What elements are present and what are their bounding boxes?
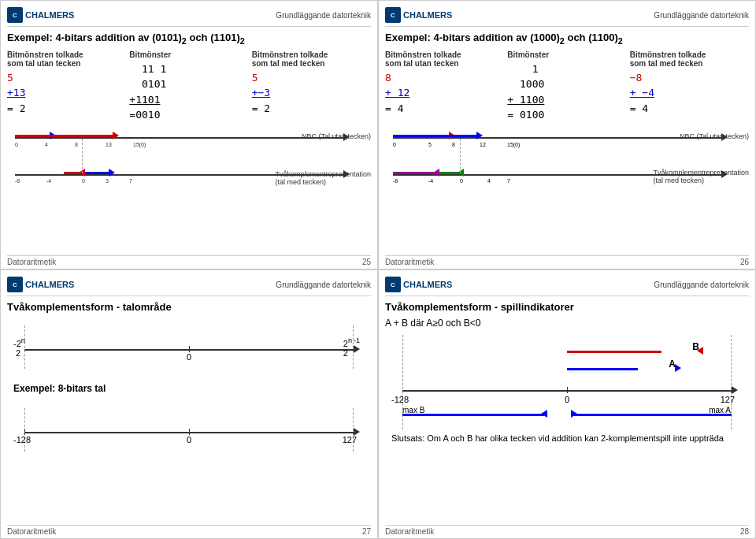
bot-tick-7-25: 7 bbox=[129, 178, 132, 184]
arrow-13-head-25 bbox=[113, 132, 119, 139]
top-axis-25 bbox=[15, 137, 347, 139]
col3-26: Bitmönstren tolkadesom tal med tecken −8… bbox=[630, 50, 749, 123]
footer-right-27: 27 bbox=[362, 527, 371, 536]
col3-math-25: 5 +−3 = 2 bbox=[252, 70, 371, 117]
chalmers-text-28: CHALMERS bbox=[403, 280, 452, 289]
tick-0-top-26: 0 bbox=[393, 142, 396, 147]
right-minus1-27: -1 bbox=[354, 336, 360, 344]
logo-icon-25: C bbox=[7, 7, 23, 23]
left-label-27: -2n 2 bbox=[13, 336, 25, 358]
logo-icon-28: C bbox=[385, 277, 401, 292]
maxb-arrow-28 bbox=[402, 414, 544, 416]
maxa-arrow-28 bbox=[574, 414, 732, 416]
chalmers-text-27: CHALMERS bbox=[25, 280, 74, 289]
bot-tick-n8-25: -8 bbox=[15, 178, 20, 184]
tick-8-25: 8 bbox=[75, 142, 78, 147]
low-left-label-27: -128 bbox=[13, 435, 31, 444]
chalmers-text-25: CHALMERS bbox=[25, 10, 74, 20]
slide-grid: C CHALMERS Grundläggande datorteknik Exe… bbox=[0, 0, 756, 539]
a-label-28: A bbox=[669, 359, 676, 370]
footer-26: Datoraritmetik 26 bbox=[385, 255, 749, 266]
chalmers-logo-25: C CHALMERS bbox=[7, 7, 74, 23]
subtitle2-28: A + B där A≥0 och B<0 bbox=[385, 318, 749, 329]
mid-label-27: 0 bbox=[187, 352, 191, 362]
tva-label-25: Tvåkomplementrepresentation(tal med teck… bbox=[275, 170, 371, 186]
mid-tick-28 bbox=[567, 387, 568, 393]
columns-26: Bitmönstren tolkadesom tal utan tecken 8… bbox=[385, 50, 749, 123]
col1-header-25: Bitmönstren tolkadesom tal utan tecken bbox=[7, 50, 126, 68]
title-27: Tvåkomplementsform - talområde bbox=[7, 301, 371, 313]
arrow-13-25 bbox=[15, 135, 116, 137]
maxa-arrow-head-28 bbox=[571, 410, 577, 418]
bot-arrow-5-25 bbox=[82, 172, 112, 174]
slide-27: C CHALMERS Grundläggande datorteknik Två… bbox=[0, 270, 378, 539]
tick-13-25: 13 bbox=[106, 142, 112, 147]
bot-tick-0-25: 0 bbox=[82, 178, 85, 184]
footer-27: Datoraritmetik 27 bbox=[7, 525, 371, 536]
tick-12-top-26: 12 bbox=[480, 142, 486, 147]
subtitle-28: Grundläggande datorteknik bbox=[654, 281, 749, 289]
low-right-label-27: 127 bbox=[343, 435, 357, 444]
bot-tick-n4-25: -4 bbox=[46, 178, 51, 184]
col2-header-26: Bitmönster bbox=[507, 50, 626, 59]
bot-n8-26: -8 bbox=[393, 178, 398, 184]
col3-25: Bitmönstren tolkadesom tal med tecken 5 … bbox=[252, 50, 371, 123]
a-arrow-28 bbox=[567, 368, 638, 370]
slide-27-header: C CHALMERS Grundläggande datorteknik bbox=[7, 277, 371, 296]
left-label-28: -128 bbox=[391, 395, 409, 404]
low-mid-label-27: 0 bbox=[187, 435, 191, 444]
col2-math-26: 1 1000 + 1100 = 0100 bbox=[507, 61, 626, 123]
bot-arrow-n4-head-26 bbox=[433, 169, 439, 177]
title-28: Tvåkomplementsform - spillindikatorer bbox=[385, 301, 749, 313]
footer-28: Datoraritmetik 28 bbox=[385, 525, 749, 536]
numberline-25: 0 4 8 13 15(0) NBC (Tal utan tecken) -8 … bbox=[7, 131, 371, 202]
arrow-12-head-26 bbox=[476, 132, 483, 139]
title-26: Exempel: 4-bitars addition av (1000)2 oc… bbox=[385, 32, 749, 46]
tick-15-25: 15(0) bbox=[133, 142, 146, 147]
subtitle-27: Grundläggande datorteknik bbox=[276, 281, 371, 289]
col2-25: Bitmönster 11 1 0101 +1101 =0010 bbox=[129, 50, 248, 123]
chalmers-text-26: CHALMERS bbox=[403, 10, 452, 20]
bot-arrow-5-head-25 bbox=[109, 169, 115, 177]
right-label-27: 2n2 bbox=[343, 336, 352, 358]
title-25: Exempel: 4-bitars addition av (0101)2 oc… bbox=[7, 32, 371, 46]
mid-tick-27 bbox=[189, 346, 190, 352]
chalmers-logo-28: C CHALMERS bbox=[385, 277, 452, 292]
a-arrow-head-28 bbox=[675, 364, 681, 372]
slide-26: C CHALMERS Grundläggande datorteknik Exe… bbox=[378, 0, 756, 270]
arrow-12-26 bbox=[393, 135, 480, 137]
slide-26-header: C CHALMERS Grundläggande datorteknik bbox=[385, 7, 749, 27]
bot-arrow-n4-26 bbox=[393, 172, 436, 174]
slide-28: C CHALMERS Grundläggande datorteknik Två… bbox=[378, 270, 756, 539]
tva-label-26: Tvåkomplementrepresentation(tal med teck… bbox=[653, 169, 749, 184]
footer-left-25: Datoraritmetik bbox=[7, 258, 56, 266]
footer-right-25: 25 bbox=[362, 258, 371, 266]
tick-5-top-26: 5 bbox=[428, 142, 432, 147]
axis-arrow-27 bbox=[354, 345, 360, 353]
footer-25: Datoraritmetik 25 bbox=[7, 255, 371, 266]
logo-icon-27: C bbox=[7, 277, 23, 292]
example-label-27: Exempel: 8-bitars tal bbox=[13, 383, 365, 394]
footer-left-28: Datoraritmetik bbox=[385, 527, 434, 536]
col1-26: Bitmönstren tolkadesom tal utan tecken 8… bbox=[385, 50, 504, 123]
low-mid-tick-27 bbox=[189, 429, 190, 435]
col2-header-25: Bitmönster bbox=[129, 50, 248, 59]
b-arrow-28 bbox=[567, 351, 662, 353]
numberline-26: 0 5 8 12 15(0) NBC (Tal utan tecken) -8 … bbox=[385, 131, 749, 202]
lower-range-27: -128 0 127 bbox=[13, 408, 365, 452]
mid-label-28: 0 bbox=[565, 395, 569, 404]
top-axis-26 bbox=[393, 137, 725, 139]
col3-math-26: −8 + −4 = 4 bbox=[630, 70, 749, 117]
chalmers-logo-26: C CHALMERS bbox=[385, 7, 452, 23]
col2-26: Bitmönster 1 1000 + 1100 = 0100 bbox=[507, 50, 626, 123]
b-label-28: B bbox=[692, 341, 699, 352]
footer-right-28: 28 bbox=[740, 527, 749, 536]
col1-25: Bitmönstren tolkadesom tal utan tecken 5… bbox=[7, 50, 126, 123]
col3-header-26: Bitmönstren tolkadesom tal med tecken bbox=[630, 50, 749, 68]
dashed-26 bbox=[460, 139, 461, 173]
tick-0-25: 0 bbox=[15, 142, 18, 147]
bot-7-26: 7 bbox=[507, 178, 510, 184]
bot-0-26: 0 bbox=[460, 178, 463, 184]
subtitle-26: Grundläggande datorteknik bbox=[654, 11, 749, 20]
slide-28-header: C CHALMERS Grundläggande datorteknik bbox=[385, 277, 749, 296]
